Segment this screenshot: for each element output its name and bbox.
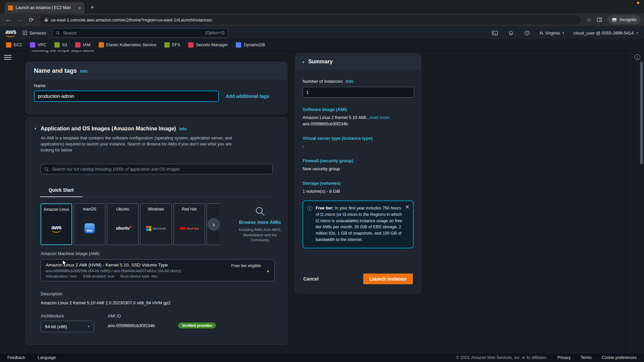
add-additional-tags-link[interactable]: Add additional tags — [226, 94, 269, 99]
incognito-badge: Incognito — [607, 15, 641, 24]
services-label: Services — [30, 31, 46, 36]
console-search-input[interactable] — [63, 31, 203, 36]
favorite-vpc[interactable]: VPC — [30, 42, 46, 48]
address-bar[interactable]: us-east-1.console.aws.amazon.com/ec2/hom… — [40, 15, 581, 24]
s3-service-icon — [54, 42, 60, 48]
tab-close-icon[interactable]: × — [78, 5, 81, 11]
menu-hamburger-icon[interactable] — [4, 55, 11, 60]
page-content: following the simple steps below. Name a… — [0, 50, 644, 353]
architecture-select[interactable]: 64-bit (x86) ▼ — [41, 321, 94, 332]
tab-quick-start[interactable]: Quick Start — [40, 187, 83, 197]
browser-toolbar: ← → ⟳ us-east-1.console.aws.amazon.com/e… — [0, 13, 644, 26]
back-icon[interactable]: ← — [3, 15, 13, 25]
name-and-tags-info-link[interactable]: Info — [80, 69, 88, 74]
favorite-label: IAM — [83, 43, 90, 47]
cloudshell-icon[interactable] — [491, 30, 499, 36]
language-link[interactable]: Language — [38, 355, 56, 360]
instance-name-input[interactable] — [34, 90, 219, 102]
collapse-triangle-icon[interactable]: ▼ — [34, 127, 37, 130]
chevron-down-icon: ▼ — [266, 269, 270, 273]
summary-software-image-value: Amazon Linux 2 Kernel 5.10 AMI...read mo… — [303, 115, 414, 120]
collapse-triangle-icon[interactable]: ▼ — [302, 61, 305, 64]
bookmark-star-icon[interactable]: ☆ — [584, 15, 593, 24]
name-and-tags-panel: Name and tagsInfo Name Add additional ta… — [25, 62, 287, 114]
ami-cards-row: Amazon Linux aws macOS Mac Ubuntu ubuntu — [41, 203, 289, 245]
browse-more-amis-link[interactable]: Browse more AMIs — [239, 220, 281, 225]
region-selector[interactable]: N. Virginia ▼ — [540, 31, 565, 36]
services-menu[interactable]: Services — [22, 31, 46, 36]
instances-info-link[interactable]: Info — [346, 79, 353, 84]
terms-link[interactable]: Terms — [581, 355, 592, 360]
account-menu[interactable]: cloud_user @ 0055-2696-5414 ▼ — [574, 31, 639, 36]
cookie-preferences-link[interactable]: Cookie preferences — [602, 355, 637, 360]
summary-firewall-value: New security group — [303, 166, 414, 171]
ami-card-macos[interactable]: macOS Mac — [74, 203, 105, 245]
ami-card-ubuntu[interactable]: Ubuntu ubuntu — [107, 203, 139, 245]
launch-instance-button[interactable]: Launch instance — [363, 274, 413, 284]
help-icon[interactable]: ? — [524, 30, 531, 36]
ami-card-label: Ubuntu — [114, 207, 131, 212]
aws-logo[interactable]: aws — [5, 28, 16, 37]
browser-tab[interactable]: Launch an instance | EC2 Man × — [5, 2, 85, 13]
summary-server-type-link[interactable]: Virtual server type (instance type) — [303, 136, 414, 141]
ami-select-label: Amazon Machine Image (AMI) — [41, 251, 278, 256]
tab-title: Launch an instance | EC2 Man — [16, 5, 75, 10]
ami-panel: ▼ Application and OS Images (Amazon Mach… — [25, 117, 287, 345]
feedback-link[interactable]: Feedback — [7, 355, 25, 360]
scrollbar-thumb[interactable] — [640, 62, 643, 164]
favorite-ec2[interactable]: EC2 — [6, 42, 22, 48]
eks-service-icon — [99, 42, 104, 48]
number-of-instances-input[interactable] — [303, 87, 414, 98]
favorite-s3[interactable]: S3 — [54, 42, 67, 48]
favorite-eks[interactable]: Elastic Kubernetes Service — [99, 42, 156, 48]
ami-card-label: macOS — [81, 207, 98, 212]
description-label: Description — [41, 291, 278, 296]
free-tier-title: Free tier: — [316, 206, 334, 210]
summary-software-image-link[interactable]: Software Image (AMI) — [303, 107, 414, 112]
cancel-button[interactable]: Cancel — [303, 276, 319, 282]
grid-icon — [22, 31, 27, 35]
ami-catalog-search-input[interactable] — [52, 167, 269, 172]
ami-card-windows[interactable]: Windows Microsoft — [140, 203, 172, 245]
ami-select-dropdown[interactable]: Amazon Linux 2 AMI (HVM) - Kernel 5.10, … — [41, 259, 275, 281]
architecture-label: Architecture — [41, 313, 94, 318]
read-more-link[interactable]: read more — [370, 115, 389, 120]
free-tier-text: In your first year includes 750 hours of… — [316, 206, 402, 242]
chevron-down-icon: ▼ — [87, 325, 90, 328]
favorite-dynamodb[interactable]: DynamoDB — [236, 42, 265, 48]
ami-info-link[interactable]: Info — [179, 127, 187, 131]
new-tab-button[interactable]: + — [87, 2, 97, 12]
forward-icon[interactable]: → — [15, 15, 25, 25]
summary-panel: ▼Summary Number of instancesInfo Softwar… — [295, 53, 421, 293]
lock-icon — [44, 17, 48, 22]
summary-storage-link[interactable]: Storage (volumes) — [303, 181, 414, 186]
console-search[interactable]: [Option+S] — [52, 28, 228, 38]
info-icon: i — [307, 206, 312, 211]
search-icon — [56, 31, 60, 35]
recording-indicator-dot — [637, 2, 639, 4]
close-icon[interactable]: ✕ — [405, 204, 410, 210]
favorites-bar: EC2 VPC S3 IAM Elastic Kubernetes Servic… — [0, 40, 644, 50]
favorite-secrets-manager[interactable]: Secrets Manager — [188, 42, 228, 48]
summary-firewall-link[interactable]: Firewall (security group) — [303, 158, 414, 163]
favorite-efs[interactable]: EFS — [164, 42, 180, 48]
privacy-link[interactable]: Privacy — [557, 355, 571, 360]
ami-card-amazon-linux[interactable]: Amazon Linux aws — [41, 203, 72, 245]
region-label: N. Virginia — [540, 31, 560, 36]
ami-card-red-hat[interactable]: Red Hat Red Hat — [173, 203, 205, 245]
help-panel-info-icon[interactable]: i — [635, 54, 640, 60]
favorite-label: Secrets Manager — [196, 43, 228, 47]
side-panel-icon[interactable] — [595, 15, 604, 24]
notifications-bell-icon[interactable] — [507, 30, 515, 36]
favorite-label: EC2 — [14, 43, 22, 47]
ami-catalog-search[interactable] — [41, 164, 273, 174]
description-value: Amazon Linux 2 Kernel 5.10 AMI 2.0.20230… — [41, 300, 278, 305]
incognito-label: Incognito — [620, 17, 637, 22]
reload-icon[interactable]: ⟳ — [26, 15, 36, 25]
favorite-iam[interactable]: IAM — [75, 42, 90, 48]
architecture-value: 64-bit (x86) — [45, 324, 67, 329]
dynamodb-service-icon — [236, 42, 241, 48]
microsoft-logo-icon: Microsoft — [146, 226, 166, 231]
ami-tabs: Quick Start — [41, 187, 273, 197]
ami-id-value: ami-005f9685cb30f234b — [108, 323, 155, 328]
